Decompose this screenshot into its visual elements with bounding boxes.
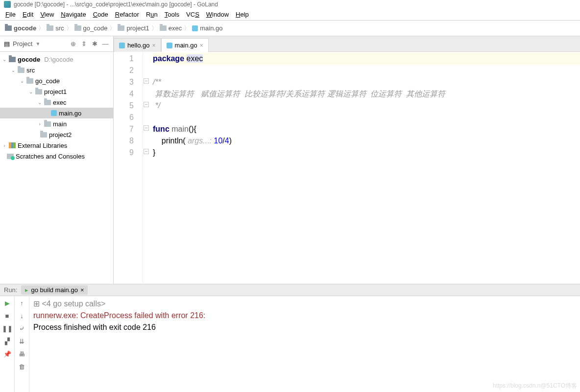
target-icon[interactable]: ⊕: [69, 40, 77, 48]
breadcrumb: gocode〉 src〉 go_code〉 project1〉 exec〉 ma…: [0, 21, 580, 36]
menu-help[interactable]: Help: [232, 10, 252, 19]
run-panel: Run: ▸go build main.go× ▶ ■ ❚❚ ▞ 📌 ↑ ↓ ⤶…: [0, 284, 580, 392]
project-tree: ⌄gocodeD:\gocode ⌄src ⌄go_code ⌄project1…: [0, 52, 113, 284]
scroll-icon[interactable]: ⇊: [18, 337, 26, 345]
menu-run[interactable]: Run: [143, 10, 161, 19]
run-header: Run: ▸go build main.go×: [0, 284, 580, 296]
wrap-icon[interactable]: ⤶: [18, 324, 26, 332]
console-output[interactable]: <4 go setup calls> runnerw.exe: CreatePr…: [29, 296, 580, 392]
down-icon[interactable]: ↓: [18, 312, 26, 320]
fold-icon[interactable]: –: [144, 125, 149, 131]
run-icon: ▸: [25, 286, 28, 294]
tree-src[interactable]: ⌄src: [0, 65, 113, 75]
fold-icon[interactable]: –: [144, 102, 149, 107]
menu-refactor[interactable]: Refactor: [112, 10, 143, 19]
go-file-icon: [192, 25, 198, 31]
app-icon: [4, 1, 11, 8]
window-title: gocode [D:\gocode] - ...\src\go_code\pro…: [14, 1, 218, 8]
project-header: ▤ Project ▼ ⊕ ⇕ ✱ —: [0, 36, 113, 52]
menu-file[interactable]: File: [2, 10, 19, 19]
tree-main-go[interactable]: main.go: [0, 108, 113, 118]
folder-icon: [5, 25, 12, 31]
folder-icon: [44, 100, 51, 105]
folder-icon: [18, 68, 24, 73]
scratches-icon: [7, 154, 14, 159]
menu-bar: File Edit View Navigate Code Refactor Ru…: [0, 9, 580, 21]
folder-icon: [74, 25, 81, 31]
tree-main[interactable]: ›main: [0, 118, 113, 129]
folder-icon: [9, 57, 16, 62]
fold-column: – – – –: [143, 52, 150, 284]
menu-view[interactable]: View: [37, 10, 57, 19]
crumb-exec[interactable]: exec: [160, 24, 182, 32]
menu-navigate[interactable]: Navigate: [57, 10, 89, 19]
rerun-icon[interactable]: ▶: [3, 299, 11, 307]
menu-tools[interactable]: Tools: [161, 10, 183, 19]
run-label: Run:: [4, 286, 17, 294]
code-body[interactable]: package exec /** 算数运算符 赋值运算符 比较运算符/关系运算符…: [150, 52, 580, 284]
code-editor[interactable]: 1 2 3 4 5 6 7 8 9 – – – – package exec /…: [114, 52, 580, 284]
tree-root[interactable]: ⌄gocodeD:\gocode: [0, 54, 113, 65]
hide-icon[interactable]: —: [101, 40, 109, 48]
tree-project2[interactable]: ›project2: [0, 129, 113, 140]
menu-code[interactable]: Code: [90, 10, 112, 19]
watermark: https://blog.csdn.n@51CTO博客: [493, 382, 577, 390]
console-line: Process finished with exit code 216: [33, 322, 576, 333]
menu-window[interactable]: Window: [203, 10, 232, 19]
editor-area: hello.go× main.go× 1 2 3 4 5 6 7 8 9 – –…: [114, 36, 580, 284]
pause-icon[interactable]: ❚❚: [3, 324, 11, 332]
tree-exec[interactable]: ⌄exec: [0, 97, 113, 108]
run-config-tab[interactable]: ▸go build main.go×: [21, 285, 88, 295]
folder-icon: [40, 132, 47, 138]
crumb-go-code[interactable]: go_code: [74, 24, 108, 32]
project-tool-icon: ▤: [4, 40, 10, 47]
trash-icon[interactable]: 🗑: [18, 363, 26, 370]
gear-icon[interactable]: ✱: [91, 40, 98, 48]
menu-edit[interactable]: Edit: [19, 10, 37, 19]
folder-icon: [118, 25, 124, 31]
folder-icon: [160, 25, 167, 31]
tree-external-libs[interactable]: ›External Libraries: [0, 140, 113, 151]
up-icon[interactable]: ↑: [18, 299, 26, 307]
console-folded-line[interactable]: <4 go setup calls>: [33, 298, 576, 310]
console-error-line: runnerw.exe: CreateProcess failed with e…: [33, 310, 576, 322]
chevron-down-icon[interactable]: ▼: [35, 41, 40, 46]
stop-icon[interactable]: ■: [3, 312, 11, 320]
crumb-main-go[interactable]: main.go: [192, 24, 222, 32]
fold-icon[interactable]: –: [144, 149, 149, 154]
gutter: 1 2 3 4 5 6 7 8 9: [114, 52, 143, 284]
project-title[interactable]: Project: [13, 40, 32, 47]
close-icon[interactable]: ×: [80, 286, 84, 294]
crumb-project1[interactable]: project1: [118, 24, 149, 32]
libraries-icon: [9, 142, 16, 148]
close-icon[interactable]: ×: [200, 42, 203, 49]
folder-icon: [35, 89, 42, 94]
folder-icon: [47, 25, 53, 31]
crumb-src[interactable]: src: [47, 24, 64, 32]
tab-main-go[interactable]: main.go×: [161, 38, 209, 52]
run-toolbar-right: ↑ ↓ ⤶ ⇊ 🖶 🗑: [15, 296, 29, 392]
menu-vcs[interactable]: VCS: [183, 10, 203, 19]
folder-icon: [44, 121, 51, 127]
print-icon[interactable]: 🖶: [18, 350, 26, 358]
pin-icon[interactable]: 📌: [3, 350, 11, 358]
tree-scratches[interactable]: Scratches and Consoles: [0, 151, 113, 161]
go-file-icon: [167, 43, 172, 48]
crumb-gocode[interactable]: gocode: [5, 24, 36, 32]
title-bar: gocode [D:\gocode] - ...\src\go_code\pro…: [0, 0, 580, 9]
fold-icon[interactable]: –: [144, 78, 149, 84]
tree-go-code[interactable]: ⌄go_code: [0, 75, 113, 86]
collapse-icon[interactable]: ⇕: [80, 40, 88, 48]
tab-hello-go[interactable]: hello.go×: [114, 38, 161, 52]
go-file-icon: [51, 110, 57, 116]
run-toolbar-left: ▶ ■ ❚❚ ▞ 📌: [0, 296, 15, 392]
layout-icon[interactable]: ▞: [3, 337, 11, 345]
editor-tabs: hello.go× main.go×: [114, 36, 580, 52]
project-sidebar: ▤ Project ▼ ⊕ ⇕ ✱ — ⌄gocodeD:\gocode ⌄sr…: [0, 36, 114, 284]
tree-project1[interactable]: ⌄project1: [0, 86, 113, 97]
folder-icon: [26, 78, 33, 84]
go-file-icon: [119, 43, 125, 48]
close-icon[interactable]: ×: [152, 42, 156, 49]
